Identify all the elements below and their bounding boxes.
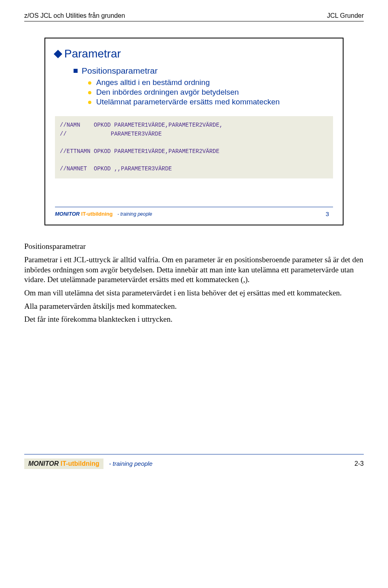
slide-title: Parametrar: [64, 47, 121, 60]
brand-tagline: - training people: [117, 211, 152, 217]
brand-it: IT-utbildning: [80, 211, 113, 217]
body-paragraph: Alla parametervärden åtskiljs med kommat…: [24, 301, 364, 312]
brand-monitor: MONITOR: [55, 211, 80, 217]
bullet-text: Anges alltid i en bestämd ordning: [96, 78, 210, 87]
body-section: Positionsparametrar Parametrar i ett JCL…: [24, 242, 364, 325]
page-footer-left: MONITOR IT-utbildning - training people: [24, 459, 152, 469]
slide-bullet-list: Anges alltid i en bestämd ordning Den in…: [88, 78, 333, 106]
page-footer: MONITOR IT-utbildning - training people …: [24, 454, 364, 469]
diamond-icon: [54, 49, 62, 58]
list-item: Anges alltid i en bestämd ordning: [88, 78, 333, 87]
slide-title-row: Parametrar: [55, 47, 333, 60]
brand-monitor: MONITOR: [28, 460, 59, 467]
slide-page-number: 3: [326, 210, 329, 217]
slide-footer: MONITOR IT-utbildning - training people …: [55, 207, 333, 217]
header-right: JCL Grunder: [327, 12, 364, 19]
page-number: 2-3: [354, 460, 364, 467]
page-header: z/OS JCL och Utilities från grunden JCL …: [24, 12, 364, 21]
body-paragraph: Parametrar i ett JCL-uttryck är alltid v…: [24, 255, 364, 285]
slide-subheading-row: Positionsparametrar: [74, 66, 333, 76]
slide: Parametrar Positionsparametrar Anges all…: [44, 38, 344, 225]
brand-it: IT-utbildning: [59, 460, 99, 467]
dot-icon: [88, 91, 91, 94]
list-item: Utelämnat parametervärde ersätts med kom…: [88, 98, 333, 106]
body-heading: Positionsparametrar: [24, 242, 364, 252]
bullet-text: Utelämnat parametervärde ersätts med kom…: [96, 98, 280, 106]
list-item: Den inbördes ordningen avgör betydelsen: [88, 88, 333, 97]
slide-brand: MONITOR IT-utbildning - training people: [55, 211, 152, 217]
dot-icon: [88, 81, 91, 85]
header-left: z/OS JCL och Utilities från grunden: [24, 12, 125, 19]
footer-tagline: - training people: [109, 460, 153, 467]
dot-icon: [88, 101, 91, 104]
bullet-text: Den inbördes ordningen avgör betydelsen: [96, 88, 239, 97]
square-icon: [74, 69, 78, 73]
body-paragraph: Det får inte förekomma blanktecken i utt…: [24, 314, 364, 325]
footer-brand-box: MONITOR IT-utbildning: [24, 459, 103, 469]
body-paragraph: Om man vill utelämna det sista parameter…: [24, 288, 364, 298]
code-block: //NAMN OPKOD PARAMETER1VÄRDE,PARAMETER2V…: [55, 116, 333, 178]
slide-subheading: Positionsparametrar: [82, 66, 158, 76]
page: z/OS JCL och Utilities från grunden JCL …: [0, 0, 388, 477]
